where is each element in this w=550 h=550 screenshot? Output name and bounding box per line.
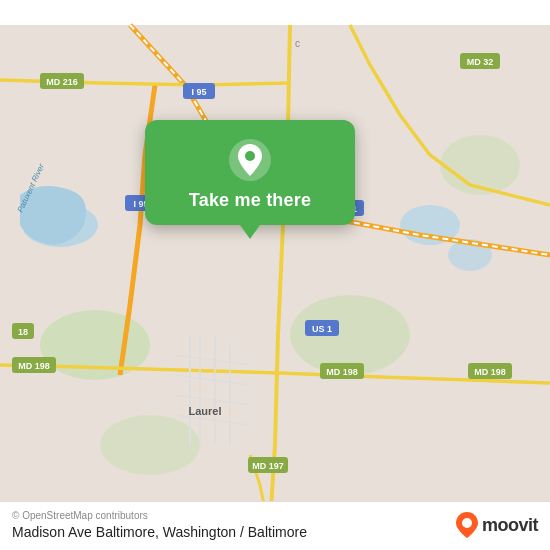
svg-text:MD 198: MD 198 [18,361,50,371]
moovit-pin-icon [456,512,478,538]
popup-cta-label: Take me there [189,190,311,211]
svg-text:Laurel: Laurel [188,405,221,417]
moovit-logo: moovit [456,512,538,538]
map-background: I 95 I 95 US 1 US 1 MD 216 MD 32 MD 198 … [0,0,550,550]
svg-text:MD 216: MD 216 [46,77,78,87]
svg-text:US 1: US 1 [312,324,332,334]
location-pin-icon [228,138,272,182]
svg-text:MD 197: MD 197 [252,461,284,471]
svg-point-43 [245,151,255,161]
svg-text:c: c [295,38,300,49]
svg-text:MD 198: MD 198 [474,367,506,377]
svg-text:18: 18 [18,327,28,337]
svg-point-44 [462,518,472,528]
svg-text:MD 32: MD 32 [467,57,494,67]
moovit-brand-text: moovit [482,515,538,536]
svg-point-7 [100,415,200,475]
map-container: I 95 I 95 US 1 US 1 MD 216 MD 32 MD 198 … [0,0,550,550]
svg-text:I 95: I 95 [191,87,206,97]
take-me-there-popup[interactable]: Take me there [145,120,355,225]
bottom-bar: © OpenStreetMap contributors Madison Ave… [0,501,550,550]
svg-text:MD 198: MD 198 [326,367,358,377]
